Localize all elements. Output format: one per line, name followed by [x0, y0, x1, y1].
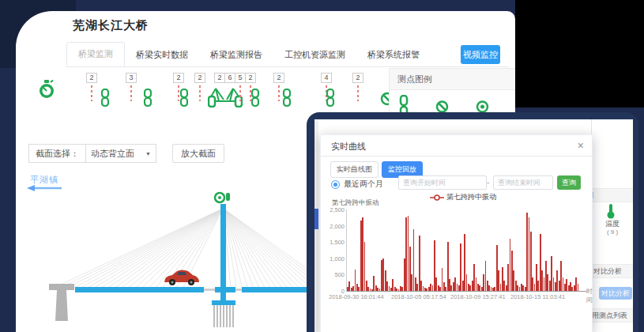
sensor-count-badge: 2 — [245, 73, 256, 83]
bridge-sensor-icon[interactable] — [208, 85, 243, 108]
section-select-label: 截面选择： — [29, 145, 86, 162]
point-list-header: 常用测点列表 — [592, 308, 633, 323]
y-tick-label: 1,500 — [322, 239, 345, 246]
thermometer-icon[interactable] — [606, 203, 616, 219]
compare-section-header: 对比分析 — [592, 264, 633, 278]
query-start-input[interactable] — [398, 175, 487, 190]
sensor-count-badge: 6 — [224, 73, 235, 83]
legend-panel-title: 测点图例 — [390, 69, 515, 90]
car — [164, 270, 199, 286]
close-icon[interactable]: × — [578, 139, 584, 152]
modal-title: 实时曲线 — [331, 141, 366, 153]
y-tick-label: 1,000 — [322, 255, 345, 262]
sensor-dash-line — [130, 85, 132, 101]
modal-tab-0[interactable]: 实时曲线图 — [330, 161, 378, 178]
sensor-count-badge: 2 — [173, 73, 184, 83]
temperature-count: ( 9 ) — [592, 228, 633, 236]
section-selector-row: 截面选择： 动态背立面 ▼ 放大截面 — [28, 145, 224, 162]
x-tick-label: 2018-10-15 11:03:41 — [510, 293, 565, 300]
y-tick-label: 2,000 — [322, 223, 345, 230]
modal-header: 实时曲线 × — [321, 135, 592, 157]
query-end-input[interactable] — [493, 175, 553, 190]
sensor-count-badge: 2 — [352, 73, 363, 83]
tower-sensor-icon — [215, 193, 230, 202]
radio-selected-icon — [331, 180, 340, 189]
legend-marker-icon — [430, 194, 444, 201]
chart-bar — [578, 284, 579, 291]
sensor-dash-line — [278, 85, 280, 101]
x-tick-label: 2018-10-09 15:27:41 — [450, 293, 506, 300]
link-icon[interactable] — [283, 89, 292, 108]
compare-analysis-button[interactable]: 对比分析 — [599, 287, 632, 300]
side-panel-header-partial: 测点图例 — [592, 188, 633, 202]
sensor-dash-line — [91, 85, 92, 101]
sensor-count-badge: 5 — [235, 73, 246, 83]
gauge-icon[interactable] — [38, 79, 55, 100]
x-tick-label: 2018-10-05 05:17:54 — [391, 293, 446, 300]
radio-label: 最近两个月 — [344, 179, 383, 190]
sensor-count-badge: 4 — [321, 73, 332, 83]
left-pier — [49, 284, 74, 321]
range-separator: - — [487, 178, 489, 187]
sensor-count-badge: 2 — [194, 73, 205, 83]
bridge-schematic — [24, 188, 332, 332]
realtime-curve-modal: 实时曲线 × 实时曲线图监控回放 最近两个月 - 查询 第七跨跨中振动 第七跨跨… — [320, 134, 593, 332]
sensor-dash-line — [239, 85, 241, 101]
enlarge-section-button[interactable]: 放大截面 — [172, 144, 224, 163]
sensor-dash-line — [357, 85, 359, 101]
sensor-count-badge: 2 — [214, 73, 225, 83]
link-icon[interactable] — [101, 89, 110, 108]
sensor-dash-line — [199, 85, 201, 101]
x-tick-label: 2018-09-30 16:01:44 — [329, 293, 384, 300]
recent-range-radio[interactable]: 最近两个月 — [331, 179, 383, 190]
direction-label: 平湖镇 — [30, 174, 58, 186]
sensor-count-badge: 3 — [126, 73, 137, 83]
section-select-dropdown[interactable]: 动态背立面 ▼ — [86, 148, 156, 160]
link-icon[interactable] — [251, 89, 260, 108]
chart-legend[interactable]: 第七跨跨中振动 — [408, 192, 518, 202]
sensor-count-badge: 2 — [86, 73, 97, 83]
link-icon[interactable] — [144, 89, 153, 108]
sensor-count-badge: 2 — [273, 73, 284, 83]
section-select-value: 动态背立面 — [91, 148, 134, 160]
x-axis-name: 时间 — [586, 287, 593, 304]
legend-label: 第七跨跨中振动 — [446, 193, 496, 201]
link-icon[interactable] — [326, 89, 335, 108]
background-black-panel — [515, 0, 644, 108]
scrollbar-thumb[interactable] — [314, 209, 318, 229]
chevron-down-icon: ▼ — [145, 151, 151, 157]
y-tick-label: 500 — [322, 271, 345, 278]
link-icon[interactable] — [180, 89, 189, 108]
overlay-side-panel: 测点图例 温度 ( 9 ) 对比分析 对比分析 常用测点列表 — [591, 119, 633, 332]
chart-plot-area — [346, 209, 586, 292]
y-tick-label: 2,500 — [322, 206, 345, 213]
query-button[interactable]: 查询 — [557, 175, 581, 190]
